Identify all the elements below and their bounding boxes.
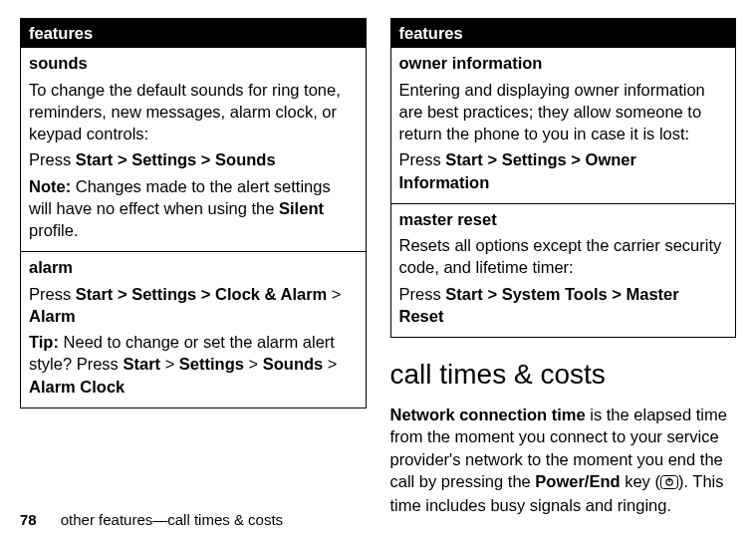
page-number: 78 (20, 511, 37, 528)
sounds-intro: To change the default sounds for ring to… (29, 79, 358, 145)
network-time-bold: Network connection time (390, 406, 586, 423)
owner-path: Press Start > Settings > Owner Informati… (399, 148, 728, 193)
alarm-path: Press Start > Settings > Clock & Alarm >… (29, 283, 358, 328)
body-b: key ( (621, 472, 660, 490)
path-start: Start (445, 285, 483, 303)
row-title-alarm: alarm (29, 256, 358, 278)
section-heading-call-times: call times & costs (390, 356, 737, 394)
path-start: Start (76, 150, 114, 168)
tip-path-d: Alarm Clock (29, 378, 125, 396)
sounds-path: Press Start > Settings > Sounds (29, 148, 358, 170)
path-start: Start (76, 285, 114, 303)
left-features-table: features sounds To change the default so… (20, 18, 367, 408)
path-last: Alarm (29, 307, 76, 325)
owner-intro: Entering and displaying owner informatio… (399, 79, 728, 145)
table-row: sounds To change the default sounds for … (21, 48, 367, 252)
network-time-paragraph: Network connection time is the elapsed t… (390, 404, 737, 516)
row-title-owner: owner information (399, 52, 728, 74)
path-sep: > (327, 285, 341, 303)
page-footer: 78other features—call times & costs (20, 510, 283, 530)
power-end-key: Power/End (535, 472, 620, 490)
reset-path: Press Start > System Tools > Master Rese… (399, 283, 728, 328)
press-label: Press (29, 150, 76, 168)
table-row: alarm Press Start > Settings > Clock & A… (21, 252, 367, 408)
tip-sep3: > (323, 355, 337, 373)
tip-sep2: > (244, 355, 263, 373)
tip-path-c: Sounds (263, 355, 324, 373)
press-label: Press (29, 285, 76, 303)
row-title-reset: master reset (399, 208, 728, 230)
alarm-tip: Tip: Need to change or set the alarm ale… (29, 331, 358, 398)
silent-word: Silent (279, 199, 324, 217)
tip-path-b: Settings (179, 355, 244, 373)
path-rest: > Settings > Sounds (113, 150, 275, 168)
power-key-icon (660, 472, 678, 494)
note-text-b: profile. (29, 221, 79, 239)
press-label: Press (399, 150, 446, 168)
right-column: features owner information Entering and … (390, 18, 737, 522)
right-table-header: features (390, 19, 736, 48)
left-column: features sounds To change the default so… (20, 18, 367, 522)
reset-intro: Resets all options except the carrier se… (399, 234, 728, 279)
tip-label: Tip: (29, 333, 59, 351)
path-start: Start (445, 150, 483, 168)
note-label: Note: (29, 177, 71, 195)
right-features-table: features owner information Entering and … (390, 18, 737, 338)
row-title-sounds: sounds (29, 52, 358, 74)
table-row: master reset Resets all options except t… (390, 203, 736, 337)
table-row: owner information Entering and displayin… (390, 48, 736, 204)
tip-path-a: Start (123, 355, 160, 373)
left-table-header: features (21, 19, 367, 48)
path-mid: > Settings > Clock & Alarm (113, 285, 327, 303)
sounds-note: Note: Changes made to the alert settings… (29, 175, 358, 242)
press-label: Press (399, 285, 446, 303)
tip-sep1: > (160, 355, 179, 373)
running-head: other features—call times & costs (61, 511, 283, 528)
